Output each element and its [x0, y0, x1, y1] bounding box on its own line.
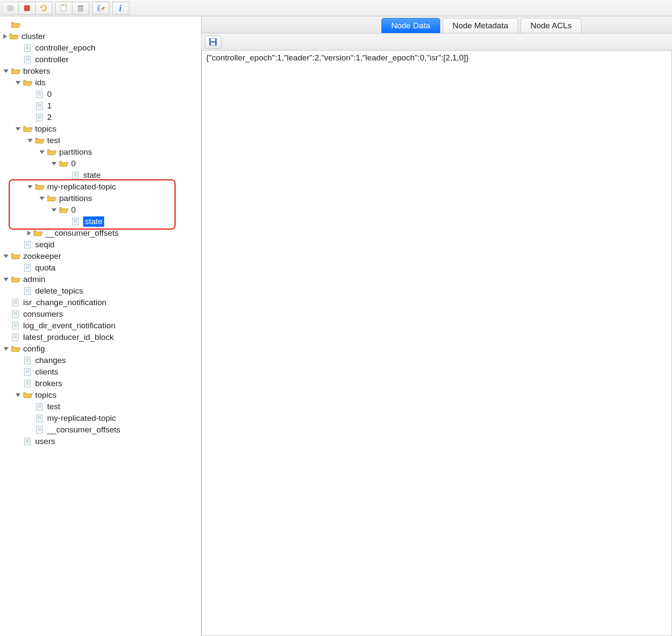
disclosure-triangle-icon[interactable] [51, 208, 57, 212]
delete-button[interactable] [72, 2, 89, 15]
tree-node-0[interactable]: 0 [3, 158, 201, 169]
file-icon [35, 402, 45, 411]
tree-node-label: 1 [47, 101, 52, 111]
file-icon [71, 171, 81, 180]
edit-tree-button[interactable] [92, 2, 109, 15]
tree-node-label: state [83, 171, 101, 180]
tree-node-label: ids [35, 78, 45, 87]
disclosure-triangle-icon[interactable] [39, 197, 45, 200]
tree-node-topics[interactable]: topics [3, 123, 201, 135]
tree-node-ids[interactable]: ids [3, 77, 201, 88]
tree-node-state[interactable]: state [3, 216, 201, 227]
tree-node-delete_topics[interactable]: delete_topics [3, 285, 201, 297]
file-icon [35, 113, 45, 122]
refresh-button[interactable] [35, 2, 52, 15]
tree-node-label: controller [35, 55, 69, 64]
tree-node-latest_producer_id_block[interactable]: latest_producer_id_block [3, 331, 201, 343]
disclosure-triangle-icon[interactable] [3, 69, 9, 73]
file-icon [23, 368, 33, 376]
file-icon [23, 240, 33, 249]
tree-node-seqid[interactable]: seqid [3, 239, 201, 250]
tree-node-state[interactable]: state [3, 169, 201, 181]
tree-node-label: log_dir_event_notification [23, 321, 116, 330]
tree-node-label: delete_topics [35, 286, 83, 296]
sub-toolbar [201, 33, 672, 51]
tree-node-test[interactable]: test [3, 401, 201, 412]
folder-icon [9, 32, 19, 41]
file-icon [35, 414, 45, 423]
tree-node-0[interactable]: 0 [3, 204, 201, 216]
tree-node-topics[interactable]: topics [3, 389, 201, 401]
tree-node-label: test [47, 136, 60, 145]
tree-node-my-replicated-topic[interactable]: my-replicated-topic [3, 412, 201, 424]
file-icon [11, 310, 21, 318]
stop-button[interactable] [18, 2, 36, 15]
file-icon [23, 379, 33, 388]
folder-icon [23, 125, 33, 133]
folder-icon [47, 148, 57, 156]
main-toolbar [0, 0, 672, 16]
disclosure-triangle-icon[interactable] [3, 34, 7, 39]
tree-node-label: __consumer_offsets [47, 425, 120, 435]
tree-node-label: brokers [23, 66, 50, 76]
tree-node-label: 0 [71, 159, 76, 168]
tree-node-consumers[interactable]: consumers [3, 308, 201, 320]
run-button[interactable] [2, 2, 19, 15]
tree-node-__consumer_offsets[interactable]: __consumer_offsets [3, 227, 201, 239]
tree-node-isr_change_notification[interactable]: isr_change_notification [3, 297, 201, 308]
tree-node-users[interactable]: users [3, 435, 201, 447]
tree-node-label: clients [35, 367, 58, 377]
tree-node-zookeeper[interactable]: zookeeper [3, 250, 201, 262]
disclosure-triangle-icon[interactable] [39, 150, 45, 154]
tree-node-label: __consumer_offsets [45, 228, 119, 238]
disclosure-triangle-icon[interactable] [3, 255, 9, 258]
new-node-button[interactable] [55, 2, 72, 15]
tree-node-config[interactable]: config [3, 343, 201, 354]
save-button[interactable] [205, 36, 221, 48]
folder-icon [11, 345, 21, 353]
tree-node-root[interactable] [3, 19, 201, 30]
tree-node-__consumer_offsets[interactable]: __consumer_offsets [3, 424, 201, 435]
disclosure-triangle-icon[interactable] [15, 127, 21, 131]
tree-node-0[interactable]: 0 [3, 88, 201, 100]
info-button[interactable] [112, 2, 129, 15]
tree-node-controller_epoch[interactable]: controller_epoch [3, 42, 201, 54]
tab-node-acls[interactable]: Node ACLs [521, 18, 582, 33]
tree-node-test[interactable]: test [3, 135, 201, 146]
tree-node-controller[interactable]: controller [3, 54, 201, 65]
disclosure-triangle-icon[interactable] [27, 139, 33, 142]
disclosure-triangle-icon[interactable] [15, 81, 21, 84]
tree-node-1[interactable]: 1 [3, 100, 201, 111]
tree-node-quota[interactable]: quota [3, 262, 201, 273]
disclosure-triangle-icon[interactable] [27, 231, 31, 236]
folder-icon [11, 252, 21, 261]
disclosure-triangle-icon[interactable] [27, 185, 33, 189]
tree-node-my-replicated-topic[interactable]: my-replicated-topic [3, 181, 201, 192]
tree-node-partitions[interactable]: partitions [3, 146, 201, 158]
tree-node-changes[interactable]: changes [3, 354, 201, 366]
tree-node-brokers[interactable]: brokers [3, 65, 201, 77]
folder-icon [47, 194, 57, 203]
file-icon [35, 90, 45, 99]
folder-icon [59, 206, 69, 214]
disclosure-triangle-icon[interactable] [3, 278, 9, 281]
tab-node-data[interactable]: Node Data [381, 18, 440, 33]
tree-node-cluster[interactable]: cluster [3, 30, 201, 42]
tree-node-label: users [35, 437, 55, 446]
tree-node-admin[interactable]: admin [3, 273, 201, 285]
tree-node-clients[interactable]: clients [3, 366, 201, 378]
disclosure-triangle-icon[interactable] [51, 162, 57, 165]
tree-view[interactable]: clustercontroller_epochcontrollerbrokers… [0, 16, 201, 636]
tree-node-brokers[interactable]: brokers [3, 378, 201, 389]
file-icon [11, 333, 21, 342]
tab-node-metadata[interactable]: Node Metadata [443, 18, 518, 33]
tree-node-2[interactable]: 2 [3, 111, 201, 123]
tree-node-log_dir_event_notification[interactable]: log_dir_event_notification [3, 320, 201, 331]
tree-node-partitions[interactable]: partitions [3, 192, 201, 204]
folder-icon [59, 159, 69, 168]
disclosure-triangle-icon[interactable] [3, 347, 9, 351]
tree-node-label: test [47, 402, 60, 411]
disclosure-triangle-icon[interactable] [15, 393, 21, 397]
node-data-text[interactable]: {"controller_epoch":1,"leader":2,"versio… [201, 50, 672, 636]
folder-icon [11, 275, 21, 284]
